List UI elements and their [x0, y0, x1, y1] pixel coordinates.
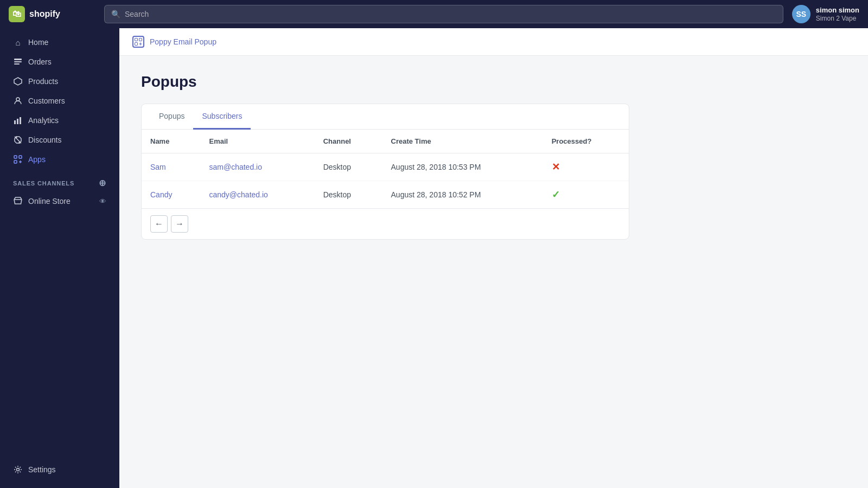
row-1-create-time: August 28, 2018 10:53 PM — [382, 153, 543, 181]
user-area: SS simon simon Simon 2 Vape — [792, 5, 859, 23]
col-email: Email — [201, 130, 315, 153]
svg-rect-1 — [14, 61, 22, 62]
svg-rect-7 — [14, 156, 17, 158]
svg-point-10 — [17, 468, 20, 471]
row-2-create-time: August 28, 2018 10:52 PM — [382, 181, 543, 209]
svg-rect-0 — [14, 59, 22, 60]
svg-rect-13 — [135, 43, 138, 46]
top-nav: 🛍 shopify 🔍 SS simon simon Simon 2 Vape — [0, 0, 868, 28]
row-1-email[interactable]: sam@chated.io — [201, 153, 315, 181]
sidebar-item-apps[interactable]: Apps — [4, 150, 115, 169]
eye-icon[interactable]: 👁 — [99, 197, 106, 206]
status-check-icon: ✓ — [552, 189, 560, 200]
sidebar-item-discounts[interactable]: Discounts — [4, 131, 115, 149]
breadcrumb-icon — [132, 36, 144, 48]
online-store-icon — [13, 196, 23, 206]
user-store: Simon 2 Vape — [816, 15, 859, 22]
settings-icon — [13, 465, 23, 474]
sidebar-bottom: Settings — [0, 460, 119, 484]
analytics-icon — [13, 115, 23, 125]
shopify-bag-icon: 🛍 — [9, 6, 25, 22]
row-1-channel: Desktop — [315, 153, 382, 181]
search-input[interactable] — [125, 10, 776, 18]
app-body: ⌂ Home Orders Products Customers Analy — [0, 28, 868, 488]
sales-channels-title: SALES CHANNELS — [13, 180, 74, 187]
logo-text: shopify — [29, 9, 60, 19]
subscribers-table: Name Email Channel Create Time Processed… — [142, 130, 629, 208]
main-content: Poppy Email Popup Popups Popups Subscrib… — [119, 28, 868, 488]
svg-rect-5 — [17, 119, 18, 124]
svg-rect-8 — [19, 156, 22, 158]
customers-icon — [13, 96, 23, 106]
user-info: simon simon Simon 2 Vape — [816, 6, 859, 22]
table-container: Name Email Channel Create Time Processed… — [142, 130, 629, 208]
page-body: Popups Popups Subscribers Name Email Ch — [119, 56, 868, 257]
svg-rect-4 — [14, 120, 16, 124]
apps-icon — [13, 155, 23, 164]
col-create-time: Create Time — [382, 130, 543, 153]
svg-rect-2 — [14, 63, 20, 65]
row-2-channel: Desktop — [315, 181, 382, 209]
sidebar-item-customers-label: Customers — [28, 97, 65, 105]
svg-rect-6 — [20, 117, 21, 124]
row-2-email[interactable]: candy@chated.io — [201, 181, 315, 209]
sidebar-item-apps-label: Apps — [28, 155, 46, 164]
row-1-name[interactable]: Sam — [142, 153, 201, 181]
breadcrumb: Poppy Email Popup — [119, 28, 868, 56]
row-2-name[interactable]: Candy — [142, 181, 201, 209]
sidebar-item-products-label: Products — [28, 77, 58, 86]
logo: 🛍 shopify — [9, 6, 95, 22]
sidebar-item-settings[interactable]: Settings — [4, 460, 115, 479]
svg-rect-9 — [14, 160, 17, 163]
svg-point-3 — [16, 98, 20, 101]
sidebar-item-analytics[interactable]: Analytics — [4, 111, 115, 130]
search-bar[interactable]: 🔍 — [104, 5, 783, 23]
row-2-processed: ✓ — [543, 181, 629, 209]
products-icon — [13, 76, 23, 86]
search-icon: 🔍 — [111, 10, 120, 18]
sidebar-item-home[interactable]: ⌂ Home — [4, 33, 115, 52]
sidebar-item-orders[interactable]: Orders — [4, 53, 115, 71]
sales-channels-section: SALES CHANNELS ⊕ — [4, 169, 115, 191]
sidebar-item-home-label: Home — [28, 38, 48, 47]
col-channel: Channel — [315, 130, 382, 153]
table-row: Candy candy@chated.io Desktop August 28,… — [142, 181, 629, 209]
sidebar-item-products[interactable]: Products — [4, 72, 115, 91]
sidebar-item-orders-label: Orders — [28, 57, 52, 66]
sidebar-item-customers[interactable]: Customers — [4, 92, 115, 110]
tab-popups[interactable]: Popups — [150, 104, 193, 130]
row-1-processed: ✕ — [543, 153, 629, 181]
online-store-left: Online Store — [13, 196, 71, 206]
avatar: SS — [792, 5, 810, 23]
svg-rect-11 — [135, 38, 138, 41]
orders-icon — [13, 57, 23, 67]
settings-label: Settings — [28, 465, 56, 474]
sidebar-item-discounts-label: Discounts — [28, 136, 61, 144]
user-name: simon simon — [816, 6, 859, 15]
home-icon: ⌂ — [13, 37, 23, 47]
page-title: Popups — [141, 73, 846, 91]
table-head: Name Email Channel Create Time Processed… — [142, 130, 629, 153]
col-name: Name — [142, 130, 201, 153]
online-store-label: Online Store — [28, 197, 71, 206]
sidebar-item-online-store[interactable]: Online Store 👁 — [4, 192, 115, 210]
sidebar-item-analytics-label: Analytics — [28, 116, 59, 125]
table-row: Sam sam@chated.io Desktop August 28, 201… — [142, 153, 629, 181]
tabs: Popups Subscribers — [142, 104, 629, 130]
add-sales-channel-button[interactable]: ⊕ — [99, 178, 106, 188]
tab-subscribers[interactable]: Subscribers — [193, 104, 251, 130]
sidebar: ⌂ Home Orders Products Customers Analy — [0, 28, 119, 488]
next-page-button[interactable]: → — [171, 215, 188, 233]
status-x-icon: ✕ — [552, 162, 560, 172]
discounts-icon — [13, 135, 23, 145]
pagination: ← → — [142, 208, 629, 239]
svg-rect-12 — [139, 38, 142, 41]
table-body: Sam sam@chated.io Desktop August 28, 201… — [142, 153, 629, 209]
popups-card: Popups Subscribers Name Email Channel Cr… — [141, 104, 629, 240]
prev-page-button[interactable]: ← — [150, 215, 168, 233]
breadcrumb-text: Poppy Email Popup — [150, 37, 216, 46]
col-processed: Processed? — [543, 130, 629, 153]
